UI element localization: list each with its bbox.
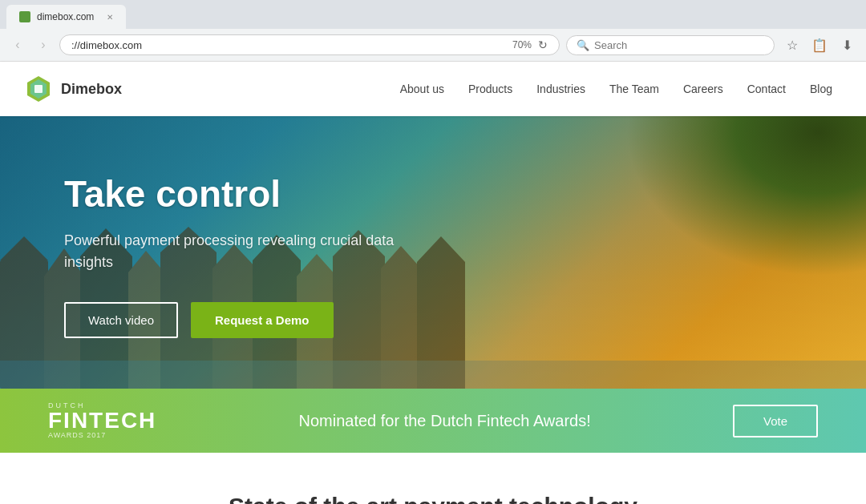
browser-tabs: dimebox.com ✕ xyxy=(0,0,866,29)
forward-button[interactable]: › xyxy=(34,35,53,54)
nav-item-blog[interactable]: Blog xyxy=(800,82,842,96)
nav-link-products[interactable]: Products xyxy=(459,76,522,102)
nav-link-contact[interactable]: Contact xyxy=(738,76,795,102)
browser-chrome: dimebox.com ✕ ‹ › ://dimebox.com 70% ↻ 🔍… xyxy=(0,0,866,62)
nav-item-contact[interactable]: Contact xyxy=(738,82,795,96)
nav-item-team[interactable]: The Team xyxy=(600,82,669,96)
logo-area[interactable]: Dimebox xyxy=(24,75,122,103)
request-demo-button[interactable]: Request a Demo xyxy=(191,302,334,338)
hero-content: Take control Powerful payment processing… xyxy=(0,116,481,389)
history-icon[interactable]: 📋 xyxy=(808,34,831,56)
nav-link-team[interactable]: The Team xyxy=(600,76,669,102)
zoom-level[interactable]: 70% xyxy=(512,39,532,50)
fintech-banner: DUTCH FINTECH AWARDS 2017 Nominated for … xyxy=(0,389,866,453)
hero-title: Take control xyxy=(64,172,417,216)
logo-text: Dimebox xyxy=(61,81,122,98)
browser-tab[interactable]: dimebox.com ✕ xyxy=(6,5,126,29)
url-display: ://dimebox.com xyxy=(71,39,506,51)
toolbar-icons: ☆ 📋 ⬇ xyxy=(781,34,858,56)
nav-link-careers[interactable]: Careers xyxy=(674,76,733,102)
site-wrapper: Dimebox About us Products Industries The… xyxy=(0,62,866,504)
nav-link-industries[interactable]: Industries xyxy=(527,76,595,102)
vote-button[interactable]: Vote xyxy=(733,405,818,437)
state-section: State of the art payment technology Dime… xyxy=(0,453,866,504)
search-bar[interactable]: 🔍 xyxy=(566,35,775,55)
tab-close-button[interactable]: ✕ xyxy=(107,13,113,22)
state-section-title: State of the art payment technology xyxy=(16,493,850,504)
fintech-main-label: FINTECH xyxy=(48,409,156,432)
nav-item-industries[interactable]: Industries xyxy=(527,82,595,96)
reload-button[interactable]: ↻ xyxy=(538,38,548,51)
logo-icon xyxy=(24,75,53,103)
svg-rect-2 xyxy=(34,85,42,93)
fintech-nomination-text: Nominated for the Dutch Fintech Awards! xyxy=(188,412,701,430)
nav-link-about[interactable]: About us xyxy=(391,76,454,102)
nav-item-about[interactable]: About us xyxy=(391,82,454,96)
fintech-awards-label: AWARDS 2017 xyxy=(48,432,156,439)
search-input[interactable] xyxy=(594,39,755,51)
hero-subtitle: Powerful payment processing revealing cr… xyxy=(64,230,417,273)
hero-section: Take control Powerful payment processing… xyxy=(0,116,866,389)
search-icon: 🔍 xyxy=(577,39,589,51)
hero-buttons: Watch video Request a Demo xyxy=(64,302,417,338)
bookmark-icon[interactable]: ☆ xyxy=(781,34,803,56)
back-button[interactable]: ‹ xyxy=(8,35,27,54)
nav-links: About us Products Industries The Team Ca… xyxy=(391,82,842,96)
pocket-icon[interactable]: ⬇ xyxy=(836,34,858,56)
fintech-logo: DUTCH FINTECH AWARDS 2017 xyxy=(48,402,156,439)
address-bar[interactable]: ://dimebox.com 70% ↻ xyxy=(59,34,560,55)
nav-item-careers[interactable]: Careers xyxy=(674,82,733,96)
tab-title: dimebox.com xyxy=(37,11,94,22)
site-nav: Dimebox About us Products Industries The… xyxy=(0,62,866,116)
tab-favicon xyxy=(19,11,30,22)
nav-link-blog[interactable]: Blog xyxy=(800,76,842,102)
nav-item-products[interactable]: Products xyxy=(459,82,522,96)
watch-video-button[interactable]: Watch video xyxy=(64,302,178,338)
browser-toolbar: ‹ › ://dimebox.com 70% ↻ 🔍 ☆ 📋 ⬇ xyxy=(0,29,866,61)
